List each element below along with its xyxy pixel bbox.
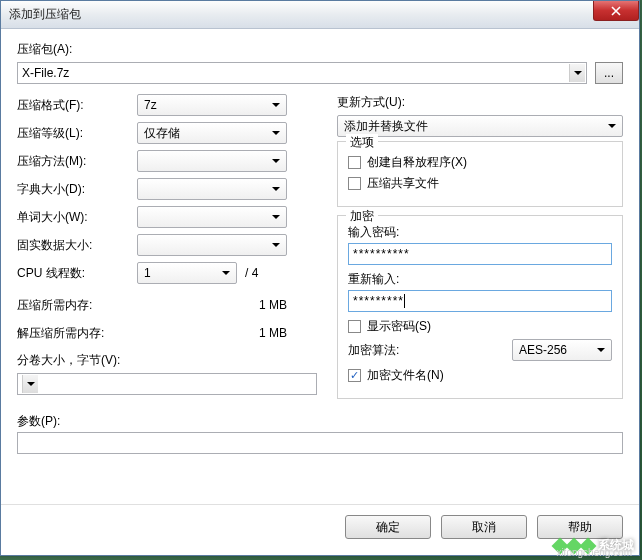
enc-method-value: AES-256 [519, 343, 567, 357]
mem-comp-label: 压缩所需内存: [17, 297, 137, 314]
solid-select[interactable] [137, 234, 287, 256]
text-cursor [404, 294, 405, 308]
password-value: ********** [353, 247, 410, 261]
format-label: 压缩格式(F): [17, 97, 137, 114]
dialog-window: 添加到压缩包 压缩包(A): X-File.7z ... 压缩格式(F): [0, 0, 640, 556]
chevron-down-icon [268, 152, 284, 170]
encrypt-names-row[interactable]: 加密文件名(N) [348, 367, 612, 384]
password2-value: ********* [353, 294, 404, 308]
cancel-button[interactable]: 取消 [441, 515, 527, 539]
options-legend: 选项 [346, 134, 378, 151]
show-password-label: 显示密码(S) [367, 318, 431, 335]
password2-input[interactable]: ********* [348, 290, 612, 312]
chevron-down-icon [268, 208, 284, 226]
chevron-down-icon [268, 124, 284, 142]
word-select[interactable] [137, 206, 287, 228]
shared-checkbox-row[interactable]: 压缩共享文件 [348, 175, 612, 192]
shared-label: 压缩共享文件 [367, 175, 439, 192]
archive-name-combo[interactable]: X-File.7z [17, 62, 587, 84]
window-title: 添加到压缩包 [9, 6, 81, 23]
browse-button[interactable]: ... [595, 62, 623, 84]
sfx-checkbox-row[interactable]: 创建自释放程序(X) [348, 154, 612, 171]
mem-decomp-value: 1 MB [137, 326, 287, 340]
method-select[interactable] [137, 150, 287, 172]
archive-section: 压缩包(A): X-File.7z ... [17, 41, 623, 84]
left-column: 压缩格式(F): 7z 压缩等级(L): 仅存储 压缩方法(M): [17, 94, 317, 407]
titlebar[interactable]: 添加到压缩包 [1, 1, 639, 29]
update-label: 更新方式(U): [337, 94, 623, 111]
help-button[interactable]: 帮助 [537, 515, 623, 539]
chevron-down-icon [268, 96, 284, 114]
params-label: 参数(P): [17, 413, 623, 430]
chevron-down-icon [268, 236, 284, 254]
threads-label: CPU 线程数: [17, 265, 137, 282]
format-value: 7z [144, 98, 157, 112]
update-select[interactable]: 添加并替换文件 [337, 115, 623, 137]
chevron-down-icon [22, 375, 38, 393]
password2-label: 重新输入: [348, 271, 612, 288]
dict-select[interactable] [137, 178, 287, 200]
shared-checkbox[interactable] [348, 177, 361, 190]
password-input[interactable]: ********** [348, 243, 612, 265]
chevron-down-icon [604, 117, 620, 135]
ok-button[interactable]: 确定 [345, 515, 431, 539]
archive-name-value: X-File.7z [22, 66, 569, 80]
encryption-fieldset: 加密 输入密码: ********** 重新输入: ********* 显示密码… [337, 215, 623, 399]
update-value: 添加并替换文件 [344, 118, 428, 135]
close-icon [611, 6, 621, 16]
chevron-down-icon [569, 64, 585, 82]
threads-max: / 4 [245, 266, 258, 280]
archive-label: 压缩包(A): [17, 41, 623, 58]
button-row: 确定 取消 帮助 [1, 504, 639, 549]
split-label: 分卷大小，字节(V): [17, 352, 317, 369]
format-select[interactable]: 7z [137, 94, 287, 116]
params-input[interactable] [17, 432, 623, 454]
chevron-down-icon [218, 264, 234, 282]
encrypt-names-checkbox[interactable] [348, 369, 361, 382]
chevron-down-icon [268, 180, 284, 198]
options-fieldset: 选项 创建自释放程序(X) 压缩共享文件 [337, 141, 623, 207]
sfx-label: 创建自释放程序(X) [367, 154, 467, 171]
show-password-checkbox[interactable] [348, 320, 361, 333]
encrypt-names-label: 加密文件名(N) [367, 367, 444, 384]
browse-label: ... [604, 66, 614, 80]
enc-method-label: 加密算法: [348, 342, 399, 359]
level-select[interactable]: 仅存储 [137, 122, 287, 144]
sfx-checkbox[interactable] [348, 156, 361, 169]
show-password-row[interactable]: 显示密码(S) [348, 318, 612, 335]
level-label: 压缩等级(L): [17, 125, 137, 142]
threads-select[interactable]: 1 [137, 262, 237, 284]
level-value: 仅存储 [144, 125, 180, 142]
solid-label: 固实数据大小: [17, 237, 137, 254]
mem-comp-value: 1 MB [137, 298, 287, 312]
threads-value: 1 [144, 266, 151, 280]
password-label: 输入密码: [348, 224, 612, 241]
word-label: 单词大小(W): [17, 209, 137, 226]
dialog-content: 压缩包(A): X-File.7z ... 压缩格式(F): 7z [1, 29, 639, 462]
right-column: 更新方式(U): 添加并替换文件 选项 创建自释放程序(X) 压缩共享文件 [337, 94, 623, 407]
enc-method-select[interactable]: AES-256 [512, 339, 612, 361]
dict-label: 字典大小(D): [17, 181, 137, 198]
chevron-down-icon [593, 341, 609, 359]
close-button[interactable] [593, 1, 639, 21]
method-label: 压缩方法(M): [17, 153, 137, 170]
encryption-legend: 加密 [346, 208, 378, 225]
mem-decomp-label: 解压缩所需内存: [17, 325, 137, 342]
split-combo[interactable] [17, 373, 317, 395]
